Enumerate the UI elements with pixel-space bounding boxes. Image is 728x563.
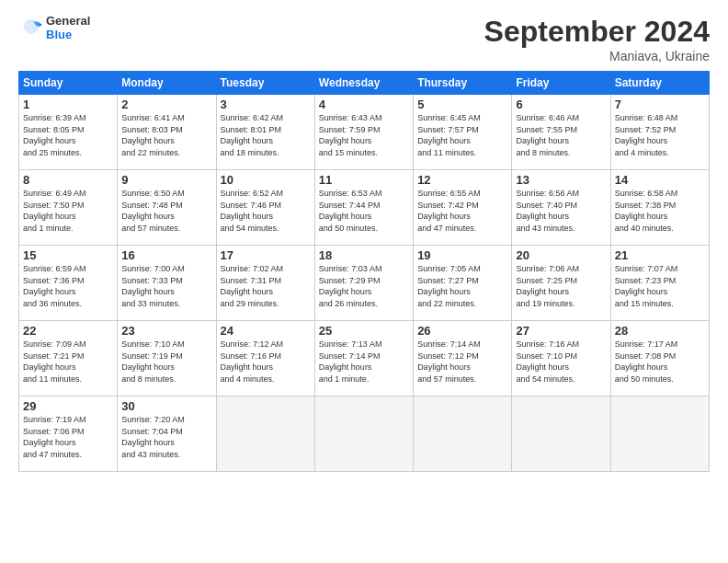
- day-number-13: 13: [516, 173, 606, 187]
- day-cell-12: 12 Sunrise: 6:55 AM Sunset: 7:42 PM Dayl…: [414, 170, 512, 246]
- day-number-12: 12: [417, 173, 507, 187]
- logo: General Blue: [18, 15, 90, 42]
- day-cell-10: 10 Sunrise: 6:52 AM Sunset: 7:46 PM Dayl…: [216, 170, 314, 246]
- logo-content: General Blue: [18, 15, 90, 42]
- day-info-15: Sunrise: 6:59 AM Sunset: 7:36 PM Dayligh…: [23, 263, 113, 309]
- day-number-14: 14: [615, 173, 705, 187]
- day-cell-22: 22 Sunrise: 7:09 AM Sunset: 7:21 PM Dayl…: [19, 321, 118, 396]
- day-info-23: Sunrise: 7:10 AM Sunset: 7:19 PM Dayligh…: [121, 339, 211, 385]
- day-info-27: Sunrise: 7:16 AM Sunset: 7:10 PM Dayligh…: [516, 339, 606, 385]
- day-number-25: 25: [319, 324, 409, 338]
- week-row: 8 Sunrise: 6:49 AM Sunset: 7:50 PM Dayli…: [19, 170, 710, 246]
- day-info-12: Sunrise: 6:55 AM Sunset: 7:42 PM Dayligh…: [417, 188, 507, 234]
- day-info-9: Sunrise: 6:50 AM Sunset: 7:48 PM Dayligh…: [121, 188, 211, 234]
- day-number-1: 1: [23, 98, 113, 111]
- day-info-21: Sunrise: 7:07 AM Sunset: 7:23 PM Dayligh…: [615, 263, 705, 309]
- week-row: 22 Sunrise: 7:09 AM Sunset: 7:21 PM Dayl…: [19, 321, 710, 396]
- day-number-17: 17: [221, 248, 311, 262]
- day-number-30: 30: [121, 399, 211, 413]
- day-info-20: Sunrise: 7:06 AM Sunset: 7:25 PM Dayligh…: [516, 263, 606, 309]
- day-cell-1: 1 Sunrise: 6:39 AM Sunset: 8:05 PM Dayli…: [19, 95, 118, 170]
- day-cell-9: 9 Sunrise: 6:50 AM Sunset: 7:48 PM Dayli…: [118, 170, 216, 246]
- week-row-1: 1 Sunrise: 6:39 AM Sunset: 8:05 PM Dayli…: [19, 95, 710, 170]
- empty-cell: [414, 396, 512, 472]
- day-cell-21: 21 Sunrise: 7:07 AM Sunset: 7:23 PM Dayl…: [610, 246, 709, 321]
- day-cell-2: 2 Sunrise: 6:41 AM Sunset: 8:03 PM Dayli…: [118, 95, 216, 170]
- day-number-19: 19: [417, 248, 507, 262]
- day-info-26: Sunrise: 7:14 AM Sunset: 7:12 PM Dayligh…: [417, 339, 507, 385]
- day-number-5: 5: [417, 98, 507, 111]
- day-info-14: Sunrise: 6:58 AM Sunset: 7:38 PM Dayligh…: [615, 188, 705, 234]
- day-info-1: Sunrise: 6:39 AM Sunset: 8:05 PM Dayligh…: [23, 112, 113, 158]
- col-monday: Monday: [118, 72, 216, 95]
- day-cell-6: 6 Sunrise: 6:46 AM Sunset: 7:55 PM Dayli…: [512, 95, 610, 170]
- day-info-7: Sunrise: 6:48 AM Sunset: 7:52 PM Dayligh…: [615, 112, 705, 158]
- day-cell-24: 24 Sunrise: 7:12 AM Sunset: 7:16 PM Dayl…: [216, 321, 314, 396]
- day-info-13: Sunrise: 6:56 AM Sunset: 7:40 PM Dayligh…: [516, 188, 606, 234]
- day-info-22: Sunrise: 7:09 AM Sunset: 7:21 PM Dayligh…: [23, 339, 113, 385]
- day-cell-29: 29 Sunrise: 7:19 AM Sunset: 7:06 PM Dayl…: [19, 396, 118, 472]
- day-number-4: 4: [319, 98, 409, 111]
- day-number-15: 15: [23, 248, 113, 262]
- day-number-22: 22: [23, 324, 113, 338]
- logo-bird-icon: [18, 16, 44, 41]
- location: Maniava, Ukraine: [484, 49, 710, 63]
- month-title: September 2024: [484, 15, 710, 49]
- day-info-2: Sunrise: 6:41 AM Sunset: 8:03 PM Dayligh…: [121, 112, 211, 158]
- day-cell-23: 23 Sunrise: 7:10 AM Sunset: 7:19 PM Dayl…: [118, 321, 216, 396]
- day-info-8: Sunrise: 6:49 AM Sunset: 7:50 PM Dayligh…: [23, 188, 113, 234]
- calendar-body: 1 Sunrise: 6:39 AM Sunset: 8:05 PM Dayli…: [19, 95, 710, 472]
- day-number-8: 8: [23, 173, 113, 187]
- day-cell-16: 16 Sunrise: 7:00 AM Sunset: 7:33 PM Dayl…: [118, 246, 216, 321]
- day-cell-20: 20 Sunrise: 7:06 AM Sunset: 7:25 PM Dayl…: [512, 246, 610, 321]
- day-cell-7: 7 Sunrise: 6:48 AM Sunset: 7:52 PM Dayli…: [610, 95, 709, 170]
- day-number-26: 26: [417, 324, 507, 338]
- day-number-11: 11: [319, 173, 409, 187]
- week-row: 15 Sunrise: 6:59 AM Sunset: 7:36 PM Dayl…: [19, 246, 710, 321]
- empty-cell: [610, 396, 709, 472]
- day-number-16: 16: [121, 248, 211, 262]
- day-info-25: Sunrise: 7:13 AM Sunset: 7:14 PM Dayligh…: [319, 339, 409, 385]
- col-saturday: Saturday: [610, 72, 709, 95]
- day-cell-11: 11 Sunrise: 6:53 AM Sunset: 7:44 PM Dayl…: [314, 170, 413, 246]
- calendar-table: Sunday Monday Tuesday Wednesday Thursday…: [18, 71, 710, 472]
- day-cell-28: 28 Sunrise: 7:17 AM Sunset: 7:08 PM Dayl…: [610, 321, 709, 396]
- day-info-19: Sunrise: 7:05 AM Sunset: 7:27 PM Dayligh…: [417, 263, 507, 309]
- page: General Blue September 2024 Maniava, Ukr…: [0, 0, 728, 563]
- day-number-6: 6: [516, 98, 606, 111]
- day-info-4: Sunrise: 6:43 AM Sunset: 7:59 PM Dayligh…: [319, 112, 409, 158]
- logo-general-text: General: [46, 15, 90, 29]
- day-cell-14: 14 Sunrise: 6:58 AM Sunset: 7:38 PM Dayl…: [610, 170, 709, 246]
- col-friday: Friday: [512, 72, 610, 95]
- day-number-7: 7: [615, 98, 705, 111]
- day-number-21: 21: [615, 248, 705, 262]
- col-thursday: Thursday: [414, 72, 512, 95]
- day-info-29: Sunrise: 7:19 AM Sunset: 7:06 PM Dayligh…: [23, 414, 113, 460]
- day-info-18: Sunrise: 7:03 AM Sunset: 7:29 PM Dayligh…: [319, 263, 409, 309]
- day-cell-3: 3 Sunrise: 6:42 AM Sunset: 8:01 PM Dayli…: [216, 95, 314, 170]
- day-number-28: 28: [615, 324, 705, 338]
- day-info-17: Sunrise: 7:02 AM Sunset: 7:31 PM Dayligh…: [221, 263, 311, 309]
- day-number-23: 23: [121, 324, 211, 338]
- day-cell-26: 26 Sunrise: 7:14 AM Sunset: 7:12 PM Dayl…: [414, 321, 512, 396]
- day-cell-8: 8 Sunrise: 6:49 AM Sunset: 7:50 PM Dayli…: [19, 170, 118, 246]
- day-info-24: Sunrise: 7:12 AM Sunset: 7:16 PM Dayligh…: [221, 339, 311, 385]
- col-tuesday: Tuesday: [216, 72, 314, 95]
- day-cell-13: 13 Sunrise: 6:56 AM Sunset: 7:40 PM Dayl…: [512, 170, 610, 246]
- title-area: September 2024 Maniava, Ukraine: [484, 15, 710, 63]
- col-wednesday: Wednesday: [314, 72, 413, 95]
- day-info-30: Sunrise: 7:20 AM Sunset: 7:04 PM Dayligh…: [121, 414, 211, 460]
- empty-cell: [512, 396, 610, 472]
- day-info-10: Sunrise: 6:52 AM Sunset: 7:46 PM Dayligh…: [221, 188, 311, 234]
- day-cell-25: 25 Sunrise: 7:13 AM Sunset: 7:14 PM Dayl…: [314, 321, 413, 396]
- day-cell-15: 15 Sunrise: 6:59 AM Sunset: 7:36 PM Dayl…: [19, 246, 118, 321]
- empty-cell: [216, 396, 314, 472]
- day-number-18: 18: [319, 248, 409, 262]
- day-cell-30: 30 Sunrise: 7:20 AM Sunset: 7:04 PM Dayl…: [118, 396, 216, 472]
- day-number-20: 20: [516, 248, 606, 262]
- day-info-11: Sunrise: 6:53 AM Sunset: 7:44 PM Dayligh…: [319, 188, 409, 234]
- day-cell-27: 27 Sunrise: 7:16 AM Sunset: 7:10 PM Dayl…: [512, 321, 610, 396]
- day-cell-19: 19 Sunrise: 7:05 AM Sunset: 7:27 PM Dayl…: [414, 246, 512, 321]
- day-number-3: 3: [221, 98, 311, 111]
- day-number-9: 9: [121, 173, 211, 187]
